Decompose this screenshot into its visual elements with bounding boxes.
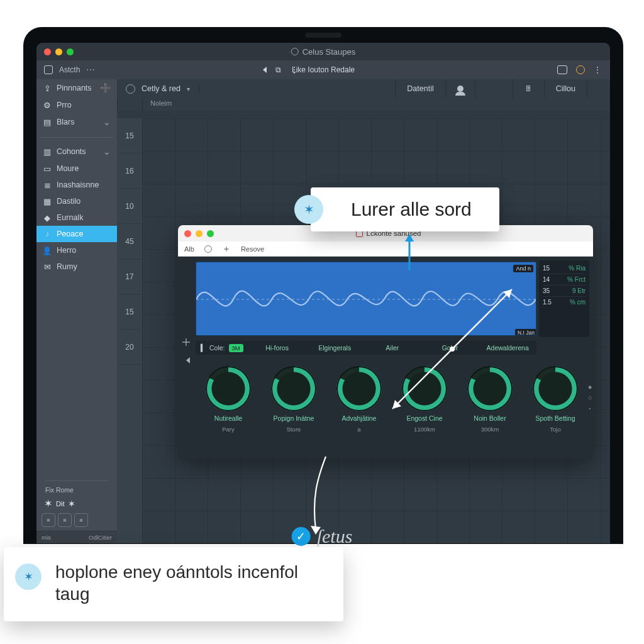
knob-sublabel: 1100km: [414, 426, 435, 433]
sidebar-item-moure[interactable]: ▭Moure: [36, 160, 117, 177]
plugin-window: Lckonte sanused Alb ＋ Resove And: [178, 225, 593, 459]
screen: Celus Staupes Astcth ⋯ ⧉ ⋮ Like Iouton R…: [36, 43, 610, 543]
label-cell: Goler: [421, 344, 479, 352]
mini-meter: ≡: [42, 513, 55, 527]
diamond-icon: ◆: [43, 213, 52, 222]
waveform[interactable]: And n N.I Jan: [196, 262, 536, 336]
header-cell[interactable]: Datentil: [407, 84, 433, 93]
sidebar-item-cohonts[interactable]: ▥Cohonts⌄: [36, 143, 117, 160]
knob-engost-cine[interactable]: Engost Cine1100km: [392, 358, 457, 440]
user-icon: 👤: [43, 246, 52, 255]
sidebar-item-eurnalk[interactable]: ◆Eurnalk: [36, 209, 117, 226]
sidebar-item-prro[interactable]: ⚙Prro: [36, 97, 117, 113]
sidebar-item-herro[interactable]: 👤Herro: [36, 242, 117, 258]
sidebar-item-label: Pinnnants: [57, 84, 95, 92]
sidebar-item-inashaisnne[interactable]: ≣Inashaisnne: [36, 177, 117, 193]
tune-icon[interactable]: 🎚: [525, 84, 533, 93]
knob-nutirealle[interactable]: NutireallePary: [196, 358, 261, 440]
knob-label: Advahjătine: [342, 415, 377, 423]
brand-label: ſetus: [317, 526, 353, 547]
tab-resolve[interactable]: Resove: [241, 245, 264, 253]
status-left: mis: [42, 534, 51, 541]
wave-badge-bottom: N.I Jan: [515, 329, 536, 336]
back-icon[interactable]: [263, 67, 267, 73]
sidebar-item-peoace[interactable]: ♪Peoace: [36, 226, 117, 242]
ruler-tick: 15: [117, 118, 142, 153]
calendar-icon: ▤: [43, 118, 52, 126]
sidebar-item-dastilo[interactable]: ▦Dastilo: [36, 193, 117, 209]
mini-meter: ≡: [58, 513, 72, 527]
mini-meter: ≡: [74, 513, 88, 527]
source-label[interactable]: Cetly & red: [142, 84, 180, 93]
sidebar-item-blars[interactable]: ▤Blars⌄: [36, 113, 117, 131]
close-icon[interactable]: [184, 230, 191, 237]
param-labels: ▍ Cole: 3M Hi-foros Elgingerals Ailer Go…: [196, 341, 536, 355]
meter-row: 14% Frct: [543, 274, 586, 286]
knob-dial[interactable]: [271, 366, 316, 411]
news-icon: ≣: [43, 180, 52, 189]
sidebar-item-label: Inashaisnne: [57, 180, 111, 189]
maximize-icon[interactable]: [67, 48, 74, 55]
callout-bottom: ✶ hoplone eney oánntols incenfol taug: [4, 547, 343, 621]
callout-top-text: Lurer alle sord: [351, 199, 472, 220]
waveform-panel[interactable]: And n N.I Jan: [196, 262, 536, 336]
tool-icon[interactable]: ⧉: [275, 65, 281, 74]
header-cell[interactable]: Cillou: [556, 84, 575, 93]
sidebar-item-label: Dastilo: [57, 197, 111, 206]
camera-icon[interactable]: [557, 65, 567, 74]
knob-label: Engost Cine: [406, 415, 442, 423]
ruler-tick: 17: [117, 259, 142, 294]
toolbar-left-label: Astcth: [59, 65, 80, 74]
plugin-tabs: Alb ＋ Resove: [178, 242, 593, 257]
arrow-up-icon: [402, 234, 416, 272]
knob-dial[interactable]: [402, 366, 447, 411]
record-icon[interactable]: [576, 65, 585, 74]
chevron-down-icon[interactable]: ▾: [187, 86, 190, 92]
meter-row: 1.5% cm: [543, 297, 586, 308]
panel-icon[interactable]: [44, 65, 53, 74]
callout-top: ✶ Lurer alle sord: [311, 187, 499, 231]
minimize-icon[interactable]: [55, 48, 62, 55]
knob-sublabel: Pary: [222, 426, 235, 433]
labels-chip[interactable]: 3M: [229, 344, 243, 352]
knob-popign-in-tne[interactable]: Popign InátneStore: [261, 358, 326, 440]
chevron-left-icon[interactable]: [184, 357, 190, 364]
right-rail[interactable]: ◆◇•: [587, 355, 593, 440]
mail-icon: ✉: [43, 262, 52, 271]
app-toolbar: Astcth ⋯ ⧉ ⋮ Like Iouton Redale ⋮: [36, 60, 610, 79]
aux-icon[interactable]: ➕: [100, 83, 111, 93]
aux-icon[interactable]: ⌄: [103, 117, 111, 127]
source-ring-icon[interactable]: [126, 84, 135, 94]
circle-icon[interactable]: [204, 245, 212, 253]
aux-icon[interactable]: ⌄: [103, 147, 111, 157]
sidebar-item-pinnnants[interactable]: ⇪Pinnnants➕: [36, 79, 117, 97]
sidebar-item-rumy[interactable]: ✉Rumy: [36, 258, 117, 275]
knob-dial[interactable]: [336, 366, 382, 411]
meter-panel: 15% Ria14% Frct359 Etr1.5% cm: [539, 260, 589, 337]
knob-sublabel: 300km: [481, 426, 499, 433]
knob-spoth-betting[interactable]: Spoth BettingTojo: [523, 358, 588, 440]
gear-icon: ⚙: [43, 101, 52, 109]
wave-gutter-icon[interactable]: [180, 336, 192, 348]
knob-noin-boller[interactable]: Noin Boller300km: [457, 358, 523, 440]
maximize-icon[interactable]: [207, 230, 214, 237]
knob-dial[interactable]: [467, 366, 513, 411]
overflow-icon[interactable]: ⋮: [594, 65, 601, 74]
knob-dial[interactable]: [206, 366, 251, 411]
sidebar: ⇪Pinnnants➕⚙Prro▤Blars⌄ ▥Cohonts⌄▭Moure≣…: [36, 79, 117, 543]
toolbar-center-label: Like Iouton Redale: [292, 65, 355, 74]
knob-label: Noin Boller: [474, 415, 506, 423]
close-icon[interactable]: [44, 48, 51, 55]
person-icon[interactable]: [457, 86, 464, 92]
plus-icon[interactable]: ＋: [222, 243, 231, 255]
minimize-icon[interactable]: [196, 230, 203, 237]
callout-top-icon: ✶: [294, 195, 323, 224]
tab-alb[interactable]: Alb: [184, 245, 194, 253]
knob-dial[interactable]: [533, 366, 578, 411]
window-controls[interactable]: [36, 48, 74, 55]
laptop-frame: Celus Staupes Astcth ⋯ ⧉ ⋮ Like Iouton R…: [24, 28, 623, 543]
svg-marker-2: [405, 234, 414, 242]
sidebar-item-label: Prro: [57, 101, 111, 109]
knob-label: Popign Inátne: [274, 415, 314, 423]
knob-advahj-tine[interactable]: Advahjătinea: [326, 358, 392, 440]
